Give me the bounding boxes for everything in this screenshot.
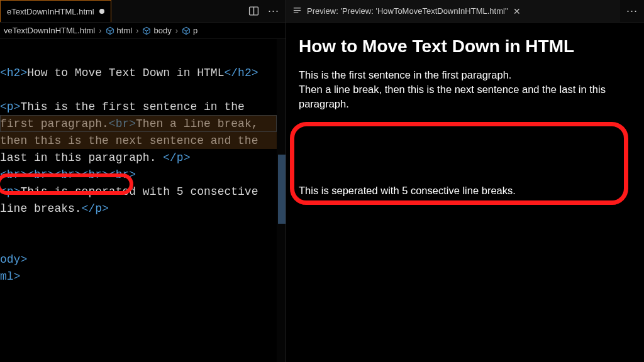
preview-tabbar: Preview: 'Preview: 'HowToMoveTextDownInH… bbox=[286, 0, 644, 23]
dirty-indicator-icon bbox=[99, 9, 104, 14]
breadcrumb-html[interactable]: html bbox=[106, 26, 133, 35]
breadcrumb[interactable]: veTextDownInHTML.html › html › body › p bbox=[0, 23, 286, 39]
breadcrumb-body[interactable]: body bbox=[142, 26, 171, 35]
preview-heading: How to Move Text Down in HTML bbox=[299, 36, 631, 57]
editor-tabbar: eTextDownInHTML.html ··· bbox=[0, 0, 286, 23]
breadcrumb-file[interactable]: veTextDownInHTML.html bbox=[4, 26, 95, 35]
editor-pane: eTextDownInHTML.html ··· veTextDownInHTM… bbox=[0, 0, 286, 362]
tab-filename: eTextDownInHTML.html bbox=[7, 7, 94, 16]
breadcrumb-p[interactable]: p bbox=[182, 26, 197, 35]
code-content: <h2>How to Move Text Down in HTML</h2> <… bbox=[0, 48, 286, 285]
minimap-thumb[interactable] bbox=[278, 155, 286, 224]
close-icon[interactable]: ✕ bbox=[513, 6, 521, 16]
chevron-right-icon: › bbox=[136, 26, 138, 35]
preview-pane: Preview: 'Preview: 'HowToMoveTextDownInH… bbox=[286, 0, 644, 362]
preview-tab-label: Preview: 'Preview: 'HowToMoveTextDownInH… bbox=[307, 6, 508, 16]
more-actions-icon[interactable]: ··· bbox=[268, 4, 279, 18]
chevron-right-icon: › bbox=[175, 26, 178, 35]
preview-paragraph-2: This is seperated with 5 consective line… bbox=[299, 184, 631, 198]
preview-gap bbox=[299, 111, 631, 184]
minimap[interactable] bbox=[277, 39, 286, 362]
preview-paragraph-1: This is the first sentence in the first … bbox=[299, 68, 631, 111]
cube-icon bbox=[106, 26, 114, 35]
split-editor-icon[interactable] bbox=[248, 6, 259, 16]
chevron-right-icon: › bbox=[99, 26, 101, 35]
code-editor[interactable]: <h2>How to Move Text Down in HTML</h2> <… bbox=[0, 39, 286, 362]
preview-icon bbox=[292, 6, 302, 16]
cube-icon bbox=[142, 26, 151, 35]
preview-tab[interactable]: Preview: 'Preview: 'HowToMoveTextDownInH… bbox=[286, 0, 620, 22]
editor-tab[interactable]: eTextDownInHTML.html bbox=[0, 0, 111, 22]
cube-icon bbox=[182, 26, 191, 35]
more-actions-icon[interactable]: ··· bbox=[626, 4, 638, 18]
html-preview: How to Move Text Down in HTML This is th… bbox=[286, 23, 644, 362]
